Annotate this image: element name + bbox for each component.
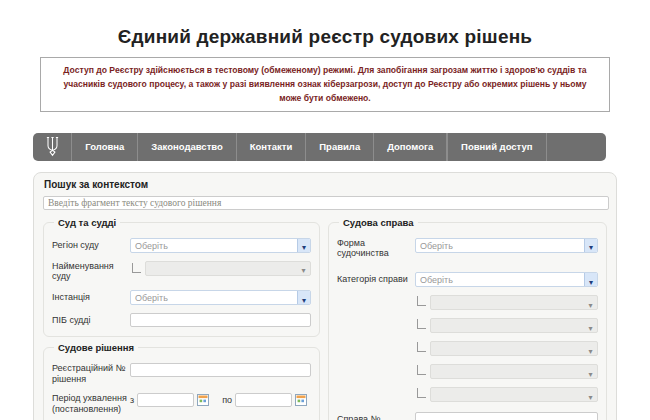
- registration-number-input[interactable]: [130, 363, 311, 377]
- nav-item-legislation[interactable]: Законодавство: [138, 133, 235, 161]
- registration-number-row: Реєстраційний № рішення: [52, 363, 311, 385]
- nav-item-contacts[interactable]: Контакти: [237, 133, 306, 161]
- case-subcategory-select-disabled: [430, 318, 598, 333]
- chevron-down-icon[interactable]: [297, 239, 310, 252]
- judge-name-row: ПІБ судді: [52, 313, 311, 327]
- court-region-label: Регіон суду: [52, 240, 130, 251]
- chevron-down-icon: [584, 319, 597, 332]
- decision-section-legend: Судове рішення: [54, 342, 138, 353]
- case-subcategory-value: [431, 365, 584, 378]
- case-category-row: Категорія справи Оберіть: [337, 272, 598, 287]
- case-subcategory-select-disabled: [430, 364, 598, 379]
- access-warning-box: Доступ до Реєстру здійснюється в тестово…: [40, 57, 610, 112]
- proceedings-form-select[interactable]: Оберіть: [415, 238, 598, 253]
- case-subcategory-row: [337, 318, 598, 333]
- registration-number-label: Реєстраційний № рішення: [52, 363, 130, 385]
- court-case-section: Судова справа Форма судочинства Оберіть …: [328, 217, 607, 420]
- to-label: по: [222, 395, 232, 405]
- adoption-date-to-input[interactable]: [235, 393, 292, 407]
- ukraine-trident-icon: [33, 133, 71, 161]
- nesting-indicator: [417, 296, 426, 306]
- page-title: Єдиний державний реєстр судових рішень: [0, 26, 650, 48]
- court-section-legend: Суд та судді: [54, 217, 120, 228]
- proceedings-form-row: Форма судочинства Оберіть: [337, 238, 598, 260]
- case-subcategory-row: [337, 364, 598, 379]
- judge-name-input[interactable]: [130, 313, 311, 327]
- adoption-period-label: Період ухвалення (постановлення): [52, 393, 130, 415]
- court-name-select-disabled: [145, 261, 311, 276]
- nesting-indicator: [417, 342, 426, 352]
- case-number-input[interactable]: [415, 412, 598, 420]
- court-name-value: [146, 262, 297, 275]
- court-region-select[interactable]: Оберіть: [130, 238, 311, 253]
- main-navigation: Головна Законодавство Контакти Правила Д…: [33, 133, 606, 161]
- nesting-indicator: [417, 365, 426, 375]
- case-subcategory-row: [337, 295, 598, 310]
- case-section-legend: Судова справа: [339, 217, 418, 228]
- case-subcategory-select-disabled: [430, 295, 598, 310]
- adoption-period-row: Період ухвалення (постановлення) з по: [52, 393, 311, 415]
- nav-item-full-access[interactable]: Повний доступ: [448, 133, 545, 161]
- case-category-value: Оберіть: [416, 273, 584, 286]
- nav-item-help[interactable]: Допомога: [374, 133, 446, 161]
- judge-name-label: ПІБ судді: [52, 315, 130, 326]
- proceedings-form-value: Оберіть: [416, 239, 584, 252]
- case-subcategory-value: [431, 342, 584, 355]
- chevron-down-icon: [584, 388, 597, 401]
- case-subcategory-value: [431, 388, 584, 401]
- instance-row: Інстанція Оберіть: [52, 290, 311, 305]
- court-decision-section: Судове рішення Реєстраційний № рішення П…: [43, 342, 320, 420]
- nesting-indicator: [417, 319, 426, 329]
- proceedings-form-label: Форма судочинства: [337, 238, 415, 260]
- chevron-down-icon[interactable]: [584, 273, 597, 286]
- court-region-row: Регіон суду Оберіть: [52, 238, 311, 253]
- instance-select[interactable]: Оберіть: [130, 290, 311, 305]
- instance-value: Оберіть: [131, 291, 297, 304]
- court-name-row: Найменування суду: [52, 261, 311, 283]
- case-category-select[interactable]: Оберіть: [415, 272, 598, 287]
- court-name-label: Найменування суду: [52, 261, 130, 283]
- instance-label: Інстанція: [52, 292, 130, 303]
- calendar-icon[interactable]: [197, 394, 209, 406]
- chevron-down-icon: [297, 262, 310, 275]
- case-number-label: Справа №: [337, 414, 415, 420]
- nav-endpad: [546, 133, 605, 161]
- context-search-input[interactable]: [43, 196, 609, 210]
- nav-item-rules[interactable]: Правила: [306, 133, 373, 161]
- search-form-panel: Пошук за контекстом Суд та судді Регіон …: [33, 172, 617, 420]
- chevron-down-icon[interactable]: [297, 291, 310, 304]
- case-subcategory-value: [431, 319, 584, 332]
- case-subcategory-value: [431, 296, 584, 309]
- case-subcategory-row: [337, 341, 598, 356]
- from-label: з: [130, 395, 134, 405]
- nesting-indicator: [417, 388, 426, 398]
- case-subcategory-select-disabled: [430, 341, 598, 356]
- adoption-date-from-input[interactable]: [137, 393, 194, 407]
- case-subcategory-row: [337, 387, 598, 402]
- chevron-down-icon: [584, 342, 597, 355]
- chevron-down-icon: [584, 365, 597, 378]
- case-subcategory-select-disabled: [430, 387, 598, 402]
- nesting-indicator: [132, 263, 141, 273]
- case-category-label: Категорія справи: [337, 274, 415, 285]
- court-region-value: Оберіть: [131, 239, 297, 252]
- chevron-down-icon[interactable]: [584, 239, 597, 252]
- access-warning-text: Доступ до Реєстру здійснюється в тестово…: [55, 63, 595, 106]
- context-search-label: Пошук за контекстом: [44, 179, 607, 190]
- court-and-judges-section: Суд та судді Регіон суду Оберіть Наймену…: [43, 217, 320, 338]
- chevron-down-icon: [584, 296, 597, 309]
- case-number-row: Справа №: [337, 412, 598, 420]
- nav-item-home[interactable]: Головна: [72, 133, 137, 161]
- calendar-icon[interactable]: [295, 394, 307, 406]
